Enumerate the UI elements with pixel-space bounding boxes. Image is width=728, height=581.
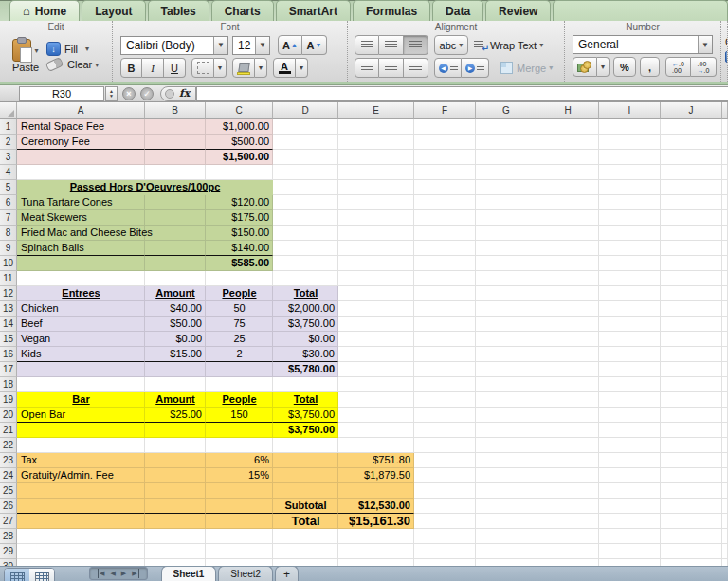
cell-F11[interactable] [414,271,476,286]
cell-B6[interactable] [145,195,206,210]
font-size-dropdown-icon[interactable]: ▼ [255,37,269,54]
align-middle-button[interactable] [379,35,404,55]
cell-H26[interactable] [537,499,599,514]
cell-K26[interactable] [722,499,728,514]
cell-C30[interactable] [206,559,273,566]
cell-E29[interactable] [338,544,414,559]
cell-H28[interactable] [537,529,599,544]
cell-K27[interactable] [722,514,728,529]
orientation-dropdown-icon[interactable]: ▾ [459,41,463,49]
cell-F18[interactable] [414,377,476,392]
cell-I29[interactable] [599,544,661,559]
cell-I17[interactable] [599,362,661,377]
tab-layout[interactable]: Layout [82,0,145,21]
name-box[interactable]: R30 [19,86,104,101]
row-header-19[interactable]: 19 [0,392,17,408]
decrease-indent-button[interactable]: ◀ [434,58,462,78]
cell-D4[interactable] [273,165,338,180]
cell-H21[interactable] [537,423,599,438]
cell-J22[interactable] [661,438,722,453]
column-header-A[interactable]: A [17,102,145,119]
row-header-26[interactable]: 26 [0,499,17,514]
shrink-font-button[interactable]: A▼ [302,35,327,55]
cell-H8[interactable] [537,226,599,241]
cell-K10[interactable] [722,256,728,271]
cell-I28[interactable] [599,529,661,544]
cell-D2[interactable] [273,135,338,150]
row-header-14[interactable]: 14 [0,317,17,332]
cell-F25[interactable] [414,483,476,499]
cell-J27[interactable] [661,514,722,529]
cell-E25[interactable] [338,483,414,499]
cell-K17[interactable] [722,362,728,377]
font-color-dropdown-icon[interactable]: ▾ [296,58,308,78]
cell-H11[interactable] [537,271,599,286]
row-header-27[interactable]: 27 [0,514,17,529]
cell-E19[interactable] [338,392,414,408]
cell-J15[interactable] [661,332,722,347]
currency-format-button[interactable] [573,57,597,77]
cell-B29[interactable] [145,544,206,559]
percent-format-button[interactable]: % [613,57,636,77]
cell-G24[interactable] [476,468,537,483]
cell-I26[interactable] [599,499,661,514]
cell-H16[interactable] [537,347,599,362]
cell-A22[interactable] [17,438,145,453]
cell-J6[interactable] [661,195,722,210]
cell-I1[interactable] [599,119,661,135]
cell-H10[interactable] [537,256,599,271]
cell-J12[interactable] [661,286,722,301]
cell-I18[interactable] [599,377,661,392]
cell-B30[interactable] [145,559,206,566]
row-header-15[interactable]: 15 [0,332,17,347]
cell-F15[interactable] [414,332,476,347]
cell-I6[interactable] [599,195,661,210]
cell-K25[interactable] [722,483,728,499]
cell-K22[interactable] [722,438,728,453]
cell-E14[interactable] [338,317,414,332]
cell-J21[interactable] [661,423,722,438]
row-header-7[interactable]: 7 [0,210,17,226]
cell-G10[interactable] [476,256,537,271]
cell-G18[interactable] [476,377,537,392]
row-header-13[interactable]: 13 [0,301,17,317]
fill-dropdown-icon[interactable]: ▾ [85,45,89,53]
cell-E22[interactable] [338,438,414,453]
cell-K23[interactable] [722,453,728,468]
cell-A25[interactable] [17,483,145,499]
cell-E7[interactable] [338,210,414,226]
cell-J4[interactable] [661,165,722,180]
italic-button[interactable]: I [142,58,164,78]
cell-I12[interactable] [599,286,661,301]
cell-F8[interactable] [414,226,476,241]
cell-H1[interactable] [537,119,599,135]
fill-button[interactable]: ↓ Fill ▾ [46,42,99,56]
cell-C4[interactable] [206,165,273,180]
select-all-corner[interactable] [0,102,17,119]
cell-J13[interactable] [661,301,722,317]
cell-I15[interactable] [599,332,661,347]
cell-D25[interactable] [273,483,338,499]
cell-D24[interactable] [273,468,338,483]
cell-A3[interactable] [17,150,145,165]
next-sheet-button[interactable]: ▶ [121,569,126,578]
cell-F4[interactable] [414,165,476,180]
cell-C22[interactable] [206,438,273,453]
wrap-text-dropdown-icon[interactable]: ▾ [539,41,543,49]
cell-C17[interactable] [206,362,273,377]
cell-E15[interactable] [338,332,414,347]
cell-F7[interactable] [414,210,476,226]
cell-B4[interactable] [145,165,206,180]
cell-G21[interactable] [476,423,537,438]
cell-H2[interactable] [537,135,599,150]
row-header-25[interactable]: 25 [0,483,17,499]
insert-function-button[interactable]: fx [160,86,196,101]
cell-G2[interactable] [476,135,537,150]
cell-B10[interactable] [145,256,206,271]
cell-F10[interactable] [414,256,476,271]
cell-D6[interactable] [273,195,338,210]
cell-J17[interactable] [661,362,722,377]
cell-I21[interactable] [599,423,661,438]
cell-J7[interactable] [661,210,722,226]
cell-H22[interactable] [537,438,599,453]
